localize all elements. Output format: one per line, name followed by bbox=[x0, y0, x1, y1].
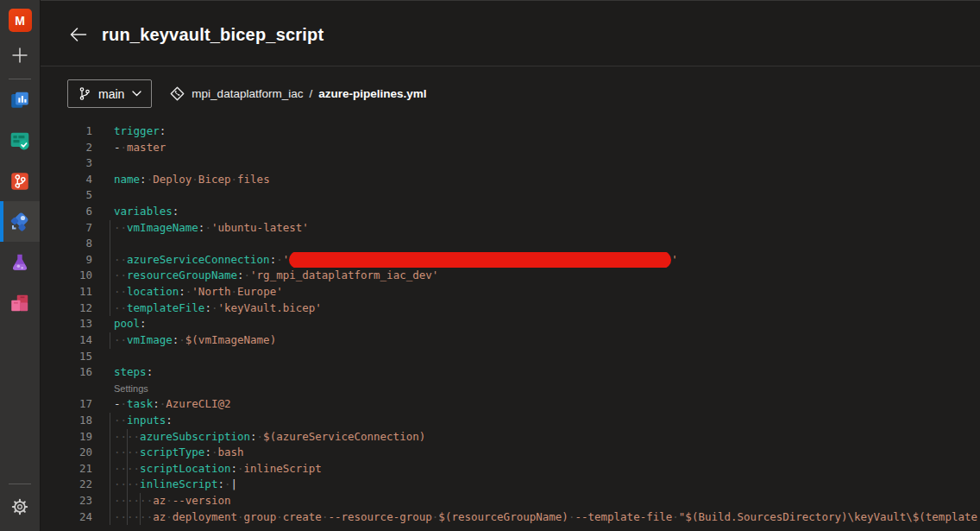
code-line[interactable]: 21····scriptLocation:·inlineScript bbox=[41, 461, 980, 477]
code-token: · bbox=[204, 221, 211, 234]
code-content: ··resourceGroupName:·'rg_mpi_dataplatfor… bbox=[92, 268, 980, 284]
code-token: ·· bbox=[114, 333, 127, 346]
sidebar-item-test-lab[interactable] bbox=[0, 242, 40, 282]
line-number: 10 bbox=[41, 268, 92, 284]
artifacts-icon bbox=[9, 292, 31, 314]
sidebar-item-boards[interactable] bbox=[0, 79, 40, 120]
code-token: ·· bbox=[114, 221, 127, 234]
code-line[interactable]: 14··vmImage:·$(vmImageName) bbox=[41, 332, 980, 349]
breadcrumb: mpi_dataplatform_iac / azure-pipelines.y… bbox=[170, 86, 426, 101]
code-token: ' bbox=[283, 253, 290, 266]
sidebar-item-artifacts[interactable] bbox=[0, 282, 40, 323]
code-line[interactable]: 9··azureServiceConnection:·'' bbox=[41, 252, 980, 269]
editor-rows: 1trigger:2-·master34name:·Deploy·Bicep·f… bbox=[41, 123, 980, 525]
code-editor[interactable]: 1trigger:2-·master34name:·Deploy·Bicep·f… bbox=[41, 121, 980, 531]
branch-selector[interactable]: main bbox=[67, 79, 152, 108]
code-line[interactable]: 5 bbox=[41, 187, 980, 204]
code-line[interactable]: 23······az·--version bbox=[41, 493, 980, 509]
code-line[interactable]: 7··vmImageName:·'ubuntu-latest' bbox=[41, 220, 980, 237]
project-avatar[interactable]: M bbox=[9, 9, 32, 32]
code-line[interactable]: 2-·master bbox=[41, 140, 980, 156]
code-line[interactable]: 6variables: bbox=[41, 204, 980, 220]
breadcrumb-repo[interactable]: mpi_dataplatform_iac bbox=[192, 87, 303, 100]
code-token: name bbox=[114, 173, 140, 186]
sidebar-item-test-plans[interactable] bbox=[0, 120, 40, 161]
code-line[interactable]: 19····azureSubscription:·$(azureServiceC… bbox=[41, 429, 980, 446]
code-content: ······az·--version bbox=[92, 493, 980, 509]
codelens-row[interactable]: Settings bbox=[41, 381, 980, 397]
code-token: ·· bbox=[114, 414, 127, 427]
code-line[interactable]: 13pool: bbox=[41, 316, 980, 332]
code-line[interactable]: 15 bbox=[41, 349, 980, 365]
code-content: pool: bbox=[92, 316, 980, 332]
code-line[interactable]: 16steps: bbox=[41, 364, 980, 381]
indent-guide bbox=[110, 413, 110, 429]
back-arrow-icon bbox=[69, 27, 87, 42]
redaction-bar bbox=[289, 252, 671, 269]
code-token: --resource-group bbox=[328, 510, 431, 523]
line-number: 12 bbox=[41, 300, 92, 317]
indent-guide bbox=[110, 300, 110, 317]
code-content: ··azureServiceConnection:·'' bbox=[92, 252, 980, 269]
code-token: : bbox=[230, 462, 237, 475]
line-number: 17 bbox=[41, 396, 92, 413]
code-content: trigger: bbox=[92, 123, 980, 140]
code-token: vmImage bbox=[127, 333, 173, 346]
code-line[interactable]: 10··resourceGroupName:·'rg_mpi_dataplatf… bbox=[41, 268, 980, 284]
code-token: · bbox=[244, 269, 251, 281]
line-number: 16 bbox=[41, 364, 92, 381]
code-token: ·· bbox=[114, 285, 127, 298]
code-token: ·· bbox=[114, 253, 127, 266]
code-line[interactable]: 11··location:·'North·Europe' bbox=[41, 284, 980, 300]
back-button[interactable] bbox=[69, 27, 87, 42]
code-line[interactable]: 1trigger: bbox=[41, 123, 980, 140]
code-line[interactable]: 22····inlineScript:·| bbox=[41, 477, 980, 493]
code-line[interactable]: 3 bbox=[41, 155, 980, 172]
title-bar: run_keyvault_bicep_script bbox=[41, 0, 980, 66]
code-content bbox=[92, 236, 980, 252]
add-button[interactable] bbox=[0, 39, 40, 72]
code-token: vmImageName bbox=[127, 221, 198, 234]
repo-icon bbox=[170, 86, 185, 101]
code-token: ······ bbox=[114, 494, 153, 507]
code-content: name:·Deploy·Bicep·files bbox=[92, 172, 980, 188]
app: M bbox=[0, 0, 980, 531]
code-content: ··location:·'North·Europe' bbox=[92, 284, 980, 300]
sidebar-item-pipelines[interactable] bbox=[0, 201, 40, 242]
code-line[interactable]: 12··templateFile:·'keyVault.bicep' bbox=[41, 300, 980, 317]
code-line[interactable]: 24······az·deployment·group·create·--res… bbox=[41, 509, 980, 526]
line-number: 24 bbox=[41, 509, 92, 526]
code-content: ····scriptType:·bash bbox=[92, 445, 980, 461]
code-token: --version bbox=[173, 494, 231, 507]
code-content: ··templateFile:·'keyVault.bicep' bbox=[92, 300, 980, 317]
code-token: · bbox=[231, 173, 238, 186]
code-token: : bbox=[179, 285, 185, 298]
gear-icon bbox=[10, 497, 29, 516]
line-number: 13 bbox=[41, 316, 92, 332]
line-number: 1 bbox=[41, 123, 92, 140]
indent-guide bbox=[127, 461, 128, 477]
branch-icon bbox=[78, 86, 91, 101]
code-token: scriptType bbox=[140, 446, 204, 458]
sidebar-item-repos[interactable] bbox=[0, 161, 40, 201]
code-token: create bbox=[283, 510, 322, 523]
settings-button[interactable] bbox=[0, 490, 40, 524]
line-number: 6 bbox=[41, 204, 92, 220]
code-token: · bbox=[257, 430, 264, 443]
code-token: · bbox=[166, 494, 173, 507]
code-line[interactable]: 17-·task:·AzureCLI@2 bbox=[41, 396, 980, 413]
settings-codelens-link[interactable]: Settings bbox=[114, 383, 148, 394]
code-line[interactable]: 18··inputs: bbox=[41, 413, 980, 429]
code-line[interactable]: 20····scriptType:·bash bbox=[41, 445, 980, 461]
code-token: inlineScript bbox=[140, 477, 217, 490]
line-number: 5 bbox=[41, 187, 92, 204]
line-number: 15 bbox=[41, 349, 92, 365]
code-token: - bbox=[114, 397, 121, 410]
indent-guide bbox=[110, 236, 110, 252]
code-line[interactable]: 8 bbox=[41, 236, 980, 252]
code-token: : bbox=[173, 205, 179, 218]
code-token: az bbox=[153, 510, 166, 523]
code-token: · bbox=[276, 510, 283, 523]
code-token: --template-file bbox=[575, 510, 672, 523]
code-line[interactable]: 4name:·Deploy·Bicep·files bbox=[41, 172, 980, 188]
